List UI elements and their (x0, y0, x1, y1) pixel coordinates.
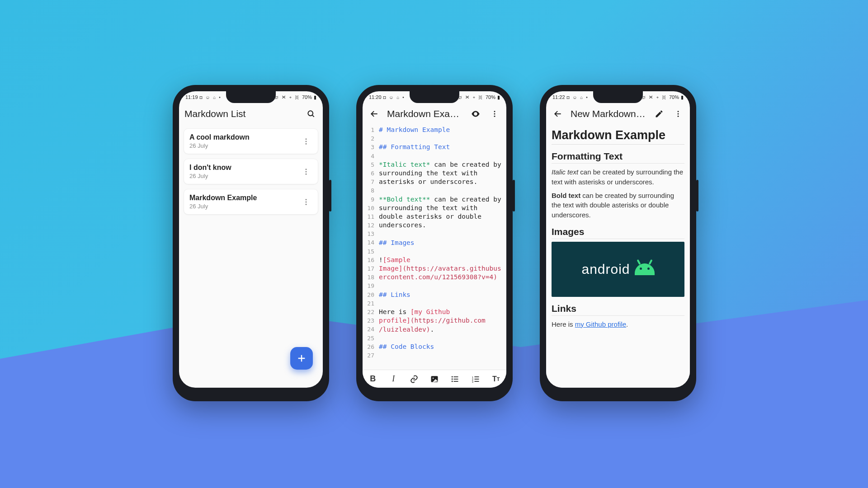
status-time: 11:22 (552, 94, 565, 100)
app-bar: New Markdown N… (546, 103, 690, 125)
svg-point-7 (306, 173, 307, 174)
status-right-icons: ⌀ ✕ ◈ ᯼ (274, 95, 300, 100)
format-toolbar: B I 123 TT (363, 370, 506, 388)
svg-point-3 (306, 141, 307, 142)
bold-button[interactable]: B (366, 372, 380, 386)
notch (593, 91, 643, 103)
phone-frame-list: 11:19 ◘ ☺ ⌂ • ⌀ ✕ ◈ ᯼ 70% ▮ Markdown Lis… (173, 85, 329, 401)
page-title: New Markdown N… (571, 108, 646, 119)
page-title: Markdown Examp… (387, 108, 463, 119)
add-note-fab[interactable] (290, 347, 313, 370)
svg-point-17 (494, 116, 495, 117)
battery-icon: ▮ (681, 94, 684, 100)
list-item[interactable]: A cool markdown 26 July (184, 128, 318, 154)
svg-point-19 (433, 377, 434, 379)
numbered-list-button[interactable]: 123 (469, 372, 482, 386)
preview-icon[interactable] (469, 108, 482, 120)
status-left-icons: ◘ ☺ ⌂ • (383, 95, 405, 100)
italic-button[interactable]: I (387, 372, 400, 386)
android-wordmark: android (581, 262, 630, 277)
markdown-preview[interactable]: Markdown Example Formatting Text Italic … (546, 125, 690, 388)
svg-rect-29 (474, 376, 479, 377)
app-bar: Markdown List (179, 103, 323, 125)
svg-point-6 (306, 171, 307, 172)
text-size-button[interactable]: TT (489, 372, 503, 386)
status-battery: 70% (669, 94, 679, 100)
svg-point-10 (306, 203, 307, 205)
code-line: ## Links (379, 291, 410, 298)
more-vert-icon[interactable] (300, 196, 312, 208)
code-line: # Markdown Example (379, 126, 450, 133)
svg-point-4 (306, 143, 307, 144)
battery-icon: ▮ (314, 94, 316, 100)
svg-point-22 (452, 380, 453, 382)
list-item[interactable]: Markdown Example 26 July (184, 189, 318, 215)
svg-line-1 (312, 115, 314, 117)
svg-rect-23 (454, 376, 458, 377)
android-icon (635, 263, 655, 275)
status-right-icons: ⌀ ✕ ◈ ᯼ (458, 95, 484, 100)
status-left-icons: ◘ ☺ ⌂ • (200, 95, 222, 100)
status-time: 11:19 (185, 94, 198, 100)
preview-paragraph: Bold text can be created by surrounding … (552, 191, 684, 220)
svg-point-16 (494, 113, 495, 115)
bullet-list-button[interactable] (448, 372, 462, 386)
note-title: I don't know (189, 164, 300, 172)
phone-frame-preview: 11:22 ◘ ☺ ⌂ • ⌀ ✕ ◈ ᯼ 70% ▮ New Markdown… (540, 85, 696, 401)
note-list: A cool markdown 26 July I don't know 26 … (179, 125, 323, 218)
code-line: ## Formatting Text (379, 143, 450, 150)
note-date: 26 July (189, 173, 300, 179)
status-battery: 70% (486, 94, 495, 100)
search-icon[interactable] (305, 108, 317, 120)
status-battery: 70% (302, 94, 312, 100)
note-title: Markdown Example (189, 194, 300, 202)
more-vert-icon[interactable] (300, 135, 312, 148)
code-line: ## Code Blocks (379, 343, 434, 350)
svg-text:3: 3 (472, 380, 473, 383)
line-gutter: 1234567891011121314151617181920212223242… (363, 125, 377, 370)
screen-list: 11:19 ◘ ☺ ⌂ • ⌀ ✕ ◈ ᯼ 70% ▮ Markdown Lis… (179, 91, 323, 388)
preview-h2: Formatting Text (552, 151, 684, 164)
status-right-icons: ⌀ ✕ ◈ ᯼ (642, 95, 667, 100)
code-area[interactable]: # Markdown Example ## Formatting Text *I… (377, 125, 506, 370)
note-title: A cool markdown (189, 133, 300, 141)
status-time: 11:20 (369, 94, 382, 100)
svg-rect-30 (474, 379, 479, 380)
preview-h2: Links (552, 303, 684, 316)
preview-paragraph: Here is my Github profile. (552, 319, 684, 329)
status-left-icons: ◘ ☺ ⌂ • (567, 95, 589, 100)
svg-point-20 (452, 376, 453, 377)
back-icon[interactable] (368, 108, 381, 120)
battery-icon: ▮ (497, 94, 500, 100)
image-button[interactable] (428, 372, 441, 386)
list-item[interactable]: I don't know 26 July (184, 159, 318, 184)
svg-rect-31 (474, 381, 479, 382)
svg-point-35 (678, 116, 679, 117)
edit-icon[interactable] (653, 108, 665, 120)
svg-point-34 (678, 113, 679, 115)
svg-point-0 (308, 111, 313, 116)
note-date: 26 July (189, 142, 300, 149)
notch (410, 91, 459, 103)
phone-frame-editor: 11:20 ◘ ☺ ⌂ • ⌀ ✕ ◈ ᯼ 70% ▮ Markdown Exa… (356, 85, 513, 401)
sample-image: android (552, 242, 684, 297)
screen-editor: 11:20 ◘ ☺ ⌂ • ⌀ ✕ ◈ ᯼ 70% ▮ Markdown Exa… (363, 91, 506, 388)
preview-h1: Markdown Example (552, 128, 684, 145)
svg-point-2 (306, 138, 307, 140)
link-button[interactable] (407, 372, 421, 386)
markdown-editor[interactable]: 1234567891011121314151617181920212223242… (363, 125, 506, 370)
svg-point-8 (306, 199, 307, 200)
screen-preview: 11:22 ◘ ☺ ⌂ • ⌀ ✕ ◈ ᯼ 70% ▮ New Markdown… (546, 91, 690, 388)
note-date: 26 July (189, 203, 300, 210)
notch (226, 91, 276, 103)
more-vert-icon[interactable] (672, 108, 684, 120)
svg-point-5 (306, 169, 307, 170)
more-vert-icon[interactable] (300, 165, 312, 178)
github-link[interactable]: my Github profile (575, 320, 626, 328)
preview-h2: Images (552, 226, 684, 239)
svg-point-21 (452, 378, 453, 380)
back-icon[interactable] (552, 108, 564, 120)
svg-rect-24 (454, 379, 458, 380)
code-line: ## Images (379, 239, 415, 246)
more-vert-icon[interactable] (488, 108, 501, 120)
